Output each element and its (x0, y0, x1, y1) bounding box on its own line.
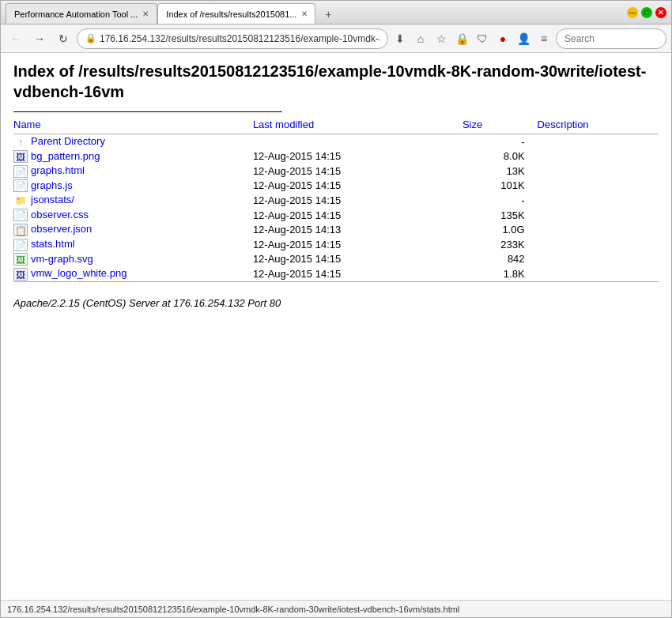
table-row: 📋observer.json12-Aug-2015 14:131.0G (13, 222, 659, 237)
file-link[interactable]: bg_pattern.png (31, 150, 100, 162)
file-description-cell (538, 134, 659, 149)
file-size-cell: 842 (462, 252, 538, 267)
file-size-cell: 1.0G (462, 222, 538, 237)
file-description-cell (538, 208, 659, 223)
js-icon: 📄 (13, 179, 28, 192)
window-controls: — □ ✕ (627, 7, 666, 18)
table-row: 📄stats.html12-Aug-2015 14:15233K (13, 237, 659, 252)
table-row: 📄graphs.js12-Aug-2015 14:15101K (13, 179, 659, 194)
tab-2-close[interactable]: ✕ (301, 9, 308, 18)
table-row: 📄graphs.html12-Aug-2015 14:1513K (13, 164, 659, 179)
address-input[interactable] (100, 33, 379, 44)
dir-icon: 📁 (13, 194, 28, 207)
file-description-cell (538, 237, 659, 252)
page-title: Index of /results/results20150812123516/… (13, 61, 659, 102)
bookmark-icon[interactable]: ☆ (432, 30, 450, 47)
lock-toolbar-icon[interactable]: 🔒 (453, 30, 470, 47)
sort-by-size-link[interactable]: Size (462, 119, 482, 130)
minimize-button[interactable]: — (627, 7, 638, 18)
file-description-cell (538, 149, 659, 164)
table-row: 🖼vm-graph.svg12-Aug-2015 14:15842 (13, 252, 659, 267)
maximize-button[interactable]: □ (641, 7, 652, 18)
tab-2-label: Index of /results/results2015081... (166, 9, 296, 19)
file-size-cell: 233K (462, 237, 538, 252)
pocket-icon[interactable]: ● (494, 30, 512, 47)
json-icon: 📋 (13, 224, 28, 236)
tab-1-label: Performance Automation Tool ... (14, 9, 138, 19)
back-button[interactable]: ← (6, 28, 26, 49)
file-name-cell: 📄stats.html (13, 237, 253, 252)
file-modified-cell (253, 134, 462, 149)
tab-1[interactable]: Performance Automation Tool ... ✕ (6, 3, 157, 24)
file-modified-cell: 12-Aug-2015 14:15 (253, 252, 462, 267)
file-link[interactable]: vm-graph.svg (31, 253, 93, 265)
file-link[interactable]: graphs.js (31, 179, 73, 191)
file-name-cell: 🖼vmw_logo_white.png (13, 266, 253, 281)
file-size-cell: 8.0K (462, 149, 538, 164)
svg-icon: 🖼 (13, 253, 28, 266)
file-description-cell (538, 222, 659, 237)
html-icon: 📄 (13, 239, 28, 251)
sort-by-name-link[interactable]: Name (13, 119, 41, 130)
file-modified-cell: 12-Aug-2015 14:13 (253, 222, 462, 237)
file-name-cell: 🖼vm-graph.svg (13, 252, 253, 267)
file-name-cell: 📄graphs.html (13, 164, 253, 179)
file-description-cell (538, 252, 659, 267)
file-size-cell: - (462, 134, 538, 149)
col-size-header[interactable]: Size (462, 117, 538, 134)
file-link[interactable]: jsonstats/ (31, 194, 74, 205)
col-modified-header[interactable]: Last modified (253, 117, 462, 134)
status-text: 176.16.254.132/results/results2015081212… (7, 605, 459, 614)
content-area: Index of /results/results20150812123516/… (1, 53, 671, 600)
file-size-cell: 135K (462, 208, 538, 223)
sort-by-modified-link[interactable]: Last modified (253, 119, 314, 130)
parent-icon: ↑ (13, 136, 28, 149)
search-input[interactable] (556, 28, 666, 49)
file-modified-cell: 12-Aug-2015 14:15 (253, 237, 462, 252)
refresh-button[interactable]: ↻ (53, 28, 74, 49)
file-link[interactable]: observer.css (31, 209, 89, 220)
file-modified-cell: 12-Aug-2015 14:15 (253, 149, 462, 164)
file-description-cell (538, 179, 659, 194)
file-modified-cell: 12-Aug-2015 14:15 (253, 266, 462, 281)
col-name-header[interactable]: Name (13, 117, 253, 134)
sync-icon[interactable]: 👤 (515, 30, 532, 47)
table-row: ↑Parent Directory- (13, 134, 659, 149)
file-link[interactable]: Parent Directory (31, 135, 105, 147)
table-row: 🖼bg_pattern.png12-Aug-2015 14:158.0K (13, 149, 659, 164)
file-name-cell: 📁jsonstats/ (13, 193, 253, 208)
toolbar: ← → ↻ 🔒 ⬇ ⌂ ☆ 🔒 🛡 ● 👤 ≡ (1, 24, 671, 53)
table-row: 🖼vmw_logo_white.png12-Aug-2015 14:151.8K (13, 266, 659, 281)
file-modified-cell: 12-Aug-2015 14:15 (253, 179, 462, 194)
file-link[interactable]: vmw_logo_white.png (31, 267, 126, 279)
home-icon[interactable]: ⌂ (412, 30, 429, 47)
tab-1-close[interactable]: ✕ (142, 9, 149, 18)
col-description-header: Description (538, 117, 659, 134)
file-name-cell: 🖼bg_pattern.png (13, 149, 253, 164)
tab-2[interactable]: Index of /results/results2015081... ✕ (157, 3, 315, 24)
css-icon: 📄 (13, 209, 28, 221)
server-info: Apache/2.2.15 (CentOS) Server at 176.16.… (13, 297, 659, 309)
download-icon[interactable]: ⬇ (391, 30, 409, 47)
forward-button[interactable]: → (29, 28, 50, 49)
file-link[interactable]: stats.html (31, 238, 75, 250)
lock-icon: 🔒 (85, 33, 96, 43)
table-row: 📄observer.css12-Aug-2015 14:15135K (13, 208, 659, 223)
close-button[interactable]: ✕ (655, 7, 666, 18)
file-name-cell: 📄graphs.js (13, 179, 253, 194)
directory-table: Name Last modified Size Description ↑Par… (13, 117, 659, 285)
file-link[interactable]: graphs.html (31, 164, 85, 176)
new-tab-button[interactable]: + (319, 5, 338, 24)
file-size-cell: 101K (462, 179, 538, 194)
file-description-cell (538, 266, 659, 281)
address-bar[interactable]: 🔒 (77, 28, 388, 49)
shield-icon[interactable]: 🛡 (474, 30, 491, 47)
file-name-cell: 📄observer.css (13, 208, 253, 223)
png-icon: 🖼 (13, 150, 28, 163)
png-icon: 🖼 (13, 268, 28, 281)
menu-icon[interactable]: ≡ (535, 30, 553, 47)
file-description-cell (538, 164, 659, 179)
file-link[interactable]: observer.json (31, 223, 92, 235)
file-modified-cell: 12-Aug-2015 14:15 (253, 193, 462, 208)
file-size-cell: 1.8K (462, 266, 538, 281)
